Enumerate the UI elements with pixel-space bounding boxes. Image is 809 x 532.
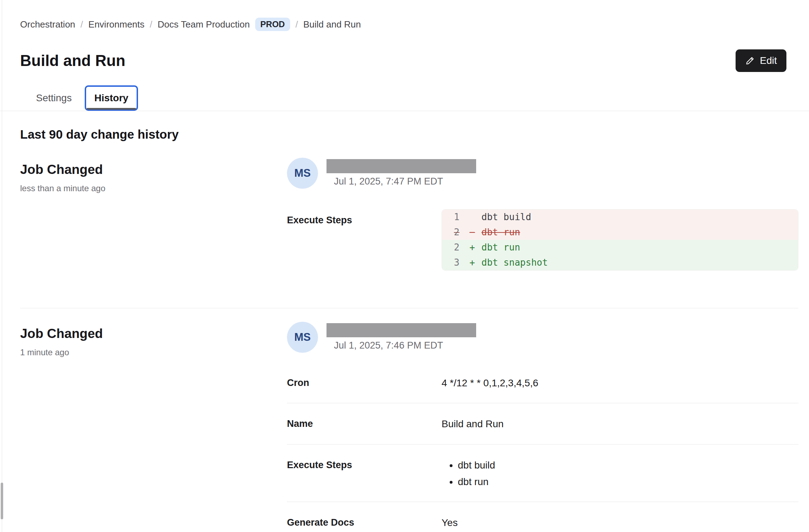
breadcrumb-separator: / <box>295 19 298 30</box>
page-header: Build and Run Edit <box>20 49 798 72</box>
page-title: Build and Run <box>20 52 125 69</box>
breadcrumb-item-orchestration[interactable]: Orchestration <box>20 19 75 30</box>
list-item: dbt run <box>458 476 495 488</box>
redacted-user-name <box>326 159 476 173</box>
scrollbar-thumb[interactable] <box>1 483 3 519</box>
detail-row-name: Name Build and Run <box>287 403 798 444</box>
edit-button[interactable]: Edit <box>736 49 786 72</box>
tab-bar: Settings History <box>20 85 798 111</box>
breadcrumb-separator: / <box>80 19 83 30</box>
diff-code: dbt run <box>481 240 520 255</box>
avatar-initials: MS <box>294 167 311 180</box>
pencil-icon <box>745 56 755 66</box>
event-relative-time: less than a minute ago <box>20 183 287 193</box>
detail-row-cron: Cron 4 */12 * * 0,1,2,3,4,5,6 <box>287 377 798 403</box>
diff-marker <box>469 210 481 225</box>
edit-button-label: Edit <box>760 55 777 66</box>
detail-value: 4 */12 * * 0,1,2,3,4,5,6 <box>442 377 538 389</box>
entry-summary: Job Changed less than a minute ago <box>20 158 287 193</box>
event-title: Job Changed <box>20 326 287 341</box>
entry-summary: Job Changed 1 minute ago <box>20 322 287 357</box>
diff-line-number: 1 <box>454 210 469 225</box>
breadcrumb-item-build-and-run: Build and Run <box>303 19 361 30</box>
redacted-user-name <box>326 323 476 337</box>
tab-bar-divider <box>0 111 809 111</box>
event-title: Job Changed <box>20 162 287 177</box>
diff-line-number: 2 <box>454 225 469 240</box>
event-timestamp: Jul 1, 2025, 7:46 PM EDT <box>326 340 476 351</box>
diff-line-added: 3 + dbt snapshot <box>442 255 798 270</box>
detail-row-execute-steps: Execute Steps dbt build dbt run <box>287 445 798 502</box>
breadcrumb: Orchestration / Environments / Docs Team… <box>20 0 798 31</box>
event-relative-time: 1 minute ago <box>20 347 287 357</box>
detail-label: Cron <box>287 377 442 388</box>
user-avatar: MS <box>287 158 318 189</box>
section-title: Last 90 day change history <box>20 127 798 141</box>
change-row-execute-steps: Execute Steps 1 dbt build 2 − dbt run 2 <box>287 209 798 271</box>
history-entry: Job Changed 1 minute ago MS Jul 1, 2025,… <box>20 322 798 532</box>
diff-line-number: 2 <box>454 240 469 255</box>
diff-line-added: 2 + dbt run <box>442 240 798 255</box>
diff-line-number: 3 <box>454 255 469 270</box>
diff-marker: − <box>469 225 481 240</box>
diff-code: dbt build <box>481 210 531 225</box>
event-user-row: MS Jul 1, 2025, 7:46 PM EDT <box>287 322 798 353</box>
event-timestamp: Jul 1, 2025, 7:47 PM EDT <box>326 176 476 187</box>
breadcrumb-item-environments[interactable]: Environments <box>88 19 144 30</box>
page: Orchestration / Environments / Docs Team… <box>0 0 809 111</box>
entry-divider <box>20 308 798 308</box>
tab-settings[interactable]: Settings <box>26 85 81 111</box>
diff-marker: + <box>469 255 481 270</box>
event-user-row: MS Jul 1, 2025, 7:47 PM EDT <box>287 158 798 189</box>
change-detail-rows: Cron 4 */12 * * 0,1,2,3,4,5,6 Name Build… <box>287 377 798 532</box>
content-left-border <box>2 0 2 532</box>
detail-value: Build and Run <box>442 418 504 430</box>
diff-line-removed: 2 − dbt run <box>442 225 798 240</box>
avatar-initials: MS <box>294 331 311 344</box>
detail-row-generate-docs: Generate Docs Yes <box>287 502 798 532</box>
detail-label: Name <box>287 418 442 429</box>
detail-value: Yes <box>442 517 458 528</box>
history-entry: Job Changed less than a minute ago MS Ju… <box>20 158 798 271</box>
diff-line: 1 dbt build <box>442 210 798 225</box>
tab-history[interactable]: History <box>85 85 138 111</box>
list-item: dbt build <box>458 460 495 471</box>
change-label: Execute Steps <box>287 209 442 226</box>
diff-code: dbt run <box>481 225 520 240</box>
environment-badge-prod: PROD <box>255 18 290 31</box>
user-avatar: MS <box>287 322 318 353</box>
detail-label: Execute Steps <box>287 460 442 471</box>
detail-label: Generate Docs <box>287 517 442 528</box>
execute-steps-diff: 1 dbt build 2 − dbt run 2 + dbt run <box>442 209 798 271</box>
breadcrumb-item-docs-team-production[interactable]: Docs Team Production <box>158 19 250 30</box>
execute-steps-list: dbt build dbt run <box>442 460 495 488</box>
diff-code: dbt snapshot <box>481 255 548 270</box>
breadcrumb-separator: / <box>150 19 152 30</box>
diff-marker: + <box>469 240 481 255</box>
